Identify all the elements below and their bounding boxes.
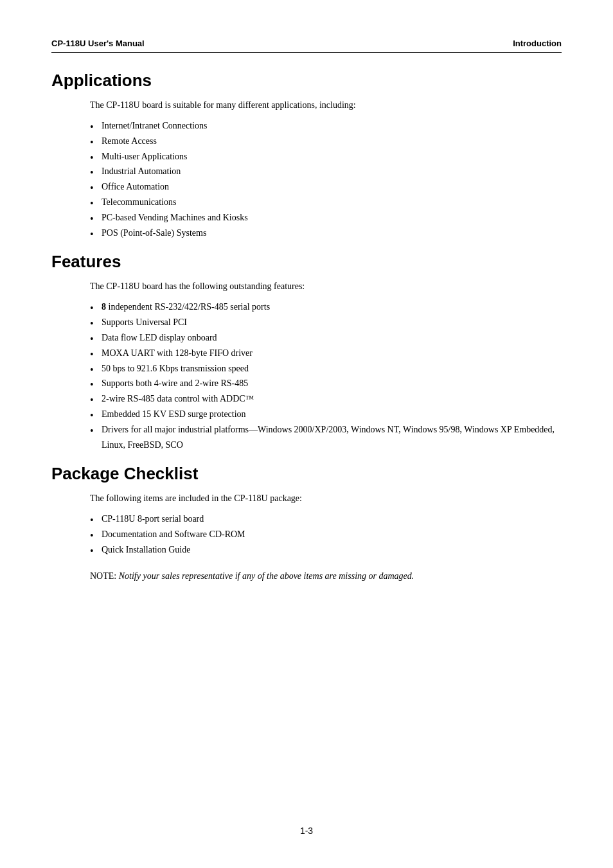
page-footer: 1-3: [0, 826, 613, 836]
applications-list: Internet/Intranet Connections Remote Acc…: [90, 118, 562, 240]
list-item: 50 bps to 921.6 Kbps transmission speed: [90, 361, 562, 376]
applications-section: Applications The CP-118U board is suitab…: [51, 71, 562, 240]
note-prefix: NOTE:: [90, 571, 119, 581]
list-item: Embedded 15 KV ESD surge protection: [90, 407, 562, 422]
list-item: Supports both 4-wire and 2-wire RS-485: [90, 376, 562, 391]
list-item: 2-wire RS-485 data control with ADDC™: [90, 391, 562, 407]
feature-item-1-rest: independent RS-232/422/RS-485 serial por…: [106, 302, 270, 312]
features-section: Features The CP-118U board has the follo…: [51, 252, 562, 452]
header-title-left: CP-118U User's Manual: [51, 39, 145, 48]
list-item: Remote Access: [90, 134, 562, 149]
list-item: Quick Installation Guide: [90, 542, 562, 558]
header-title-right: Introduction: [513, 39, 562, 48]
page-header: CP-118U User's Manual Introduction: [51, 39, 562, 53]
features-title: Features: [51, 252, 562, 272]
list-item: Drivers for all major industrial platfor…: [90, 422, 562, 453]
package-section: Package Checklist The following items ar…: [51, 464, 562, 582]
list-item: Data flow LED display onboard: [90, 330, 562, 346]
note-text: NOTE: Notify your sales representative i…: [90, 569, 562, 583]
features-list: 8 independent RS-232/422/RS-485 serial p…: [90, 299, 562, 452]
bold-8: 8: [102, 302, 106, 312]
applications-title: Applications: [51, 71, 562, 91]
list-item: Telecommunications: [90, 195, 562, 210]
package-intro: The following items are included in the …: [90, 492, 562, 505]
applications-intro: The CP-118U board is suitable for many d…: [90, 98, 562, 112]
package-list: CP-118U 8-port serial board Documentatio…: [90, 511, 562, 557]
list-item: CP-118U 8-port serial board: [90, 511, 562, 527]
list-item: POS (Point-of-Sale) Systems: [90, 226, 562, 241]
list-item: Supports Universal PCI: [90, 315, 562, 330]
list-item: Multi-user Applications: [90, 149, 562, 164]
note-italic: Notify your sales representative if any …: [119, 571, 414, 581]
list-item: Industrial Automation: [90, 164, 562, 179]
list-item: MOXA UART with 128-byte FIFO driver: [90, 346, 562, 361]
list-item: Internet/Intranet Connections: [90, 118, 562, 134]
package-title: Package Checklist: [51, 464, 562, 484]
features-intro: The CP-118U board has the following outs…: [90, 279, 562, 293]
page-number: 1-3: [300, 826, 313, 836]
list-item: Office Automation: [90, 179, 562, 195]
list-item: 8 independent RS-232/422/RS-485 serial p…: [90, 299, 562, 315]
page: CP-118U User's Manual Introduction Appli…: [0, 0, 613, 868]
list-item: Documentation and Software CD-ROM: [90, 527, 562, 542]
list-item: PC-based Vending Machines and Kiosks: [90, 210, 562, 226]
